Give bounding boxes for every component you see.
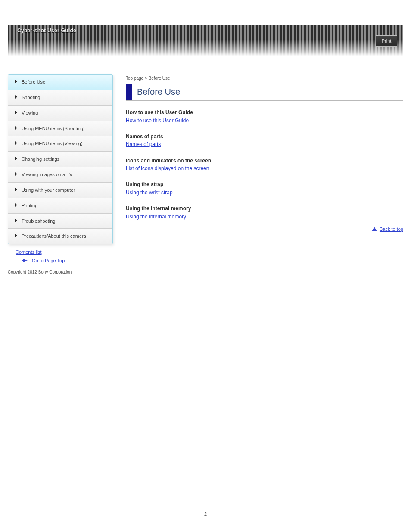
section-heading: Names of parts xyxy=(126,133,393,141)
sidebar-item-menu-viewing[interactable]: Using MENU items (Viewing) xyxy=(8,136,112,152)
sidebar-item-menu-shooting[interactable]: Using MENU items (Shooting) xyxy=(8,121,112,137)
sidebar-item-shooting[interactable]: Shooting xyxy=(8,90,112,106)
contents-list-link[interactable]: Contents list xyxy=(16,249,42,255)
sidebar-item-troubleshooting[interactable]: Troubleshooting xyxy=(8,214,112,229)
divider xyxy=(126,100,403,101)
chevron-right-icon xyxy=(15,219,17,222)
chevron-right-icon xyxy=(15,111,17,114)
breadcrumb: Top page > Before Use xyxy=(126,76,403,81)
section-link-wrist-strap[interactable]: Using the wrist strap xyxy=(126,190,173,196)
chevron-right-icon xyxy=(15,80,17,83)
section-heading: How to use this User Guide xyxy=(126,109,393,117)
sidebar-item-viewing[interactable]: Viewing xyxy=(8,106,112,121)
copyright-text: Copyright 2012 Sony Corporation xyxy=(8,270,403,274)
sidebar-item-label: Changing settings xyxy=(22,156,59,162)
section-heading: Icons and indicators on the screen xyxy=(126,157,393,165)
section-link-how-to-use[interactable]: How to use this User Guide xyxy=(126,118,189,124)
sidebar-item-label: Using MENU items (Shooting) xyxy=(22,125,85,132)
section-link-icons-list[interactable]: List of icons displayed on the screen xyxy=(126,165,209,171)
sidebar-item-printing[interactable]: Printing xyxy=(8,198,112,214)
arrow-right-icon xyxy=(23,259,28,262)
sidebar-item-label: Viewing xyxy=(22,110,38,116)
sidebar-item-changing-settings[interactable]: Changing settings xyxy=(8,152,112,167)
chevron-right-icon xyxy=(15,141,17,145)
sidebar-item-tv[interactable]: Viewing images on a TV xyxy=(8,167,112,183)
sidebar-item-precautions[interactable]: Precautions/About this camera xyxy=(8,229,112,244)
page-number: 2 xyxy=(0,279,411,516)
triangle-up-icon xyxy=(372,227,377,231)
header-title: Cyber-shot User Guide xyxy=(17,28,76,34)
section-heading: Using the internal memory xyxy=(126,205,393,213)
sidebar-item-label: Using MENU items (Viewing) xyxy=(22,140,83,147)
main-content: Top page > Before Use Before Use How to … xyxy=(126,74,403,232)
sidebar-item-label: Viewing images on a TV xyxy=(22,171,72,178)
header-bar: Cyber-shot User Guide Print xyxy=(8,25,403,56)
section-heading: Using the strap xyxy=(126,180,393,189)
chevron-right-icon xyxy=(15,172,17,176)
chevron-right-icon xyxy=(15,157,17,160)
section-link-internal-memory[interactable]: Using the internal memory xyxy=(126,214,186,220)
page-title: Before Use xyxy=(137,87,180,97)
divider xyxy=(8,267,403,267)
sidebar-item-computer[interactable]: Using with your computer xyxy=(8,183,112,198)
sidebar-item-label: Precautions/About this camera xyxy=(22,233,86,240)
back-to-top-link[interactable]: Back to top xyxy=(380,227,403,232)
sidebar-nav: Before Use Shooting Viewing Using MENU i… xyxy=(8,74,113,244)
print-button-label: Print xyxy=(382,38,392,44)
chevron-right-icon xyxy=(15,234,17,237)
sidebar-item-label: Before Use xyxy=(22,79,45,85)
print-button[interactable]: Print xyxy=(376,35,397,47)
sidebar-item-label: Shooting xyxy=(22,94,40,101)
sidebar-item-label: Troubleshooting xyxy=(22,218,55,224)
chevron-right-icon xyxy=(15,188,17,191)
chevron-right-icon xyxy=(15,126,17,130)
chevron-right-icon xyxy=(15,95,17,99)
go-to-page-top-link[interactable]: Go to Page Top xyxy=(32,258,65,263)
sidebar-item-label: Using with your computer xyxy=(22,187,75,193)
sidebar-item-before-use[interactable]: Before Use xyxy=(8,75,112,90)
sidebar-item-label: Printing xyxy=(22,202,37,209)
title-ornament-icon xyxy=(126,84,132,100)
chevron-right-icon xyxy=(15,203,17,207)
section-link-names-of-parts[interactable]: Names of parts xyxy=(126,141,161,147)
